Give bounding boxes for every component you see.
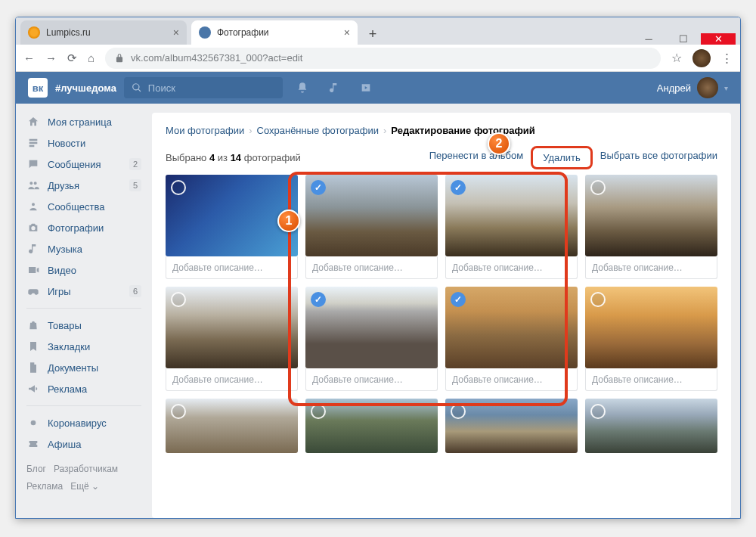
footer-link[interactable]: Реклама — [26, 481, 63, 492]
checkbox[interactable] — [171, 180, 186, 195]
checkbox-checked[interactable] — [451, 292, 466, 307]
photo-card[interactable]: Добавьте описание… — [585, 287, 717, 391]
checkbox[interactable] — [451, 404, 466, 419]
photo-card[interactable] — [445, 399, 578, 453]
breadcrumb-link[interactable]: Мои фотографии — [166, 125, 244, 136]
sidebar-item-communities[interactable]: Сообщества — [16, 196, 152, 217]
games-icon — [26, 284, 40, 298]
sidebar-item-bookmarks[interactable]: Закладки — [16, 336, 152, 357]
hashtag-label[interactable]: #лучшедома — [55, 82, 116, 94]
delete-link[interactable]: Удалить — [537, 150, 587, 166]
music-icon[interactable] — [322, 76, 346, 100]
username: Андрей — [657, 82, 691, 94]
caption-input[interactable]: Добавьте описание… — [585, 256, 717, 279]
caption-input[interactable]: Добавьте описание… — [445, 256, 578, 279]
forward-button[interactable]: → — [45, 51, 57, 64]
address-bar: ← → ⟳ ⌂ vk.com/album432567381_000?act=ed… — [16, 45, 740, 72]
minimize-button[interactable]: ─ — [631, 33, 666, 45]
bag-icon — [26, 318, 40, 332]
checkbox[interactable] — [311, 404, 326, 419]
sidebar-item-ads[interactable]: Реклама — [16, 378, 152, 399]
close-icon[interactable]: × — [344, 26, 350, 39]
caption-input[interactable]: Добавьте описание… — [305, 368, 438, 391]
annotation-marker-1: 1 — [277, 210, 300, 232]
user-menu[interactable]: Андрей ▾ — [657, 77, 728, 98]
menu-button[interactable]: ⋮ — [721, 51, 733, 65]
sidebar-item-news[interactable]: Новости — [16, 132, 152, 154]
breadcrumb-link[interactable]: Сохранённые фотографии — [257, 125, 379, 136]
camera-icon — [26, 221, 40, 234]
photo-card[interactable]: Добавьте описание… — [166, 287, 298, 391]
move-to-album-link[interactable]: Перенести в альбом — [429, 150, 524, 166]
close-icon[interactable]: × — [173, 26, 179, 39]
browser-tab-active[interactable]: Фотографии × — [191, 20, 358, 45]
reload-button[interactable]: ⟳ — [67, 51, 77, 65]
menu-label: Афиша — [48, 439, 81, 450]
footer-link[interactable]: Блог — [26, 464, 46, 474]
sidebar-item-friends[interactable]: Друзья5 — [16, 175, 152, 196]
photo-card[interactable]: Добавьте описание… — [585, 175, 717, 279]
group-icon — [26, 200, 40, 213]
bookmark-button[interactable]: ☆ — [671, 51, 682, 65]
notifications-icon[interactable] — [290, 76, 314, 100]
select-all-link[interactable]: Выбрать все фотографии — [600, 150, 717, 166]
video-icon[interactable] — [354, 76, 378, 100]
new-tab-button[interactable]: + — [362, 23, 383, 45]
caption-input[interactable]: Добавьте описание… — [166, 256, 298, 279]
photo-card[interactable]: Добавьте описание… — [445, 287, 578, 391]
url-input[interactable]: vk.com/album432567381_000?act=edit — [105, 48, 661, 69]
divider — [26, 308, 141, 309]
photo-card[interactable]: Добавьте описание… — [445, 175, 578, 279]
annotation-marker-2: 2 — [488, 132, 510, 155]
sidebar-item-afisha[interactable]: Афиша — [16, 433, 152, 455]
checkbox[interactable] — [171, 404, 186, 419]
photo-card[interactable]: Добавьте описание… — [305, 175, 438, 279]
checkbox-checked[interactable] — [311, 292, 326, 307]
photo-card[interactable] — [305, 399, 438, 453]
favicon-icon — [199, 26, 211, 39]
profile-button[interactable] — [692, 49, 711, 67]
caption-input[interactable]: Добавьте описание… — [445, 368, 578, 391]
chevron-right-icon: › — [249, 125, 252, 136]
photo-card[interactable]: Добавьте описание… — [305, 287, 438, 391]
search-input[interactable]: Поиск — [124, 77, 283, 98]
checkbox-checked[interactable] — [451, 180, 466, 195]
sidebar-item-games[interactable]: Игры6 — [16, 281, 152, 302]
sidebar-item-photos[interactable]: Фотографии — [16, 217, 152, 238]
sidebar-item-docs[interactable]: Документы — [16, 357, 152, 378]
menu-label: Товары — [48, 320, 82, 331]
checkbox[interactable] — [171, 292, 186, 307]
footer-link[interactable]: Разработчикам — [54, 464, 118, 474]
sidebar-item-video[interactable]: Видео — [16, 259, 152, 281]
sidebar-item-market[interactable]: Товары — [16, 315, 152, 336]
badge: 5 — [129, 179, 141, 191]
home-button[interactable]: ⌂ — [88, 51, 94, 64]
sidebar-footer: БлогРазработчикам РекламаЕщё ⌄ — [16, 455, 152, 501]
back-button[interactable]: ← — [23, 51, 35, 64]
maximize-button[interactable]: ☐ — [666, 33, 701, 45]
caption-input[interactable]: Добавьте описание… — [585, 368, 717, 391]
ticket-icon — [26, 437, 40, 451]
caption-input[interactable]: Добавьте описание… — [166, 368, 298, 391]
caption-input[interactable]: Добавьте описание… — [305, 256, 438, 279]
menu-label: Видео — [48, 265, 76, 276]
photo-card[interactable]: Добавьте описание… — [166, 175, 298, 279]
photo-card[interactable] — [585, 399, 717, 453]
photo-card[interactable] — [166, 399, 298, 453]
sidebar-item-profile[interactable]: Моя страница — [16, 111, 152, 132]
sidebar-item-messages[interactable]: Сообщения2 — [16, 154, 152, 175]
doc-icon — [26, 361, 40, 374]
sidebar-item-music[interactable]: Музыка — [16, 238, 152, 259]
checkbox[interactable] — [590, 292, 606, 307]
checkbox[interactable] — [590, 180, 606, 195]
checkbox[interactable] — [590, 404, 606, 419]
close-window-button[interactable]: ✕ — [701, 33, 736, 45]
sidebar-item-covid[interactable]: Коронавирус — [16, 412, 152, 433]
checkbox-checked[interactable] — [311, 180, 326, 195]
vk-logo[interactable]: вк — [28, 78, 48, 98]
browser-tab[interactable]: Lumpics.ru × — [20, 20, 187, 45]
menu-label: Музыка — [48, 244, 82, 255]
photo-toolbar: Выбрано 4 из 14 фотографий Перенести в а… — [166, 150, 717, 166]
footer-link[interactable]: Ещё ⌄ — [70, 481, 99, 492]
menu-label: Игры — [48, 286, 71, 297]
